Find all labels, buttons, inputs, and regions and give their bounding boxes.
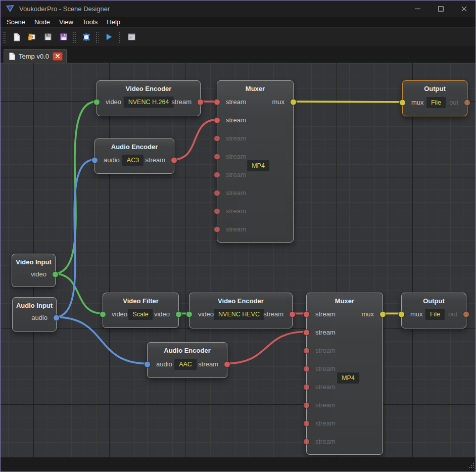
titlebar[interactable]: VoukoderPro - Scene Designer: [1, 1, 475, 17]
menu-scene[interactable]: Scene: [2, 18, 30, 26]
node-muxer-1[interactable]: MuxerMP4streamstreamstreamstreamstreamst…: [217, 80, 294, 243]
muxer-1-port-mux-8[interactable]: [290, 99, 297, 106]
output-2-port-mux-0[interactable]: [398, 311, 405, 318]
toolbar-grip-handle[interactable]: [95, 31, 99, 43]
muxer-2-port-label-0: stream: [315, 310, 336, 319]
muxer-1-port-stream-7[interactable]: [214, 226, 220, 233]
muxer-2-port-stream-7[interactable]: [303, 439, 310, 445]
output-1-port-mux-0[interactable]: [399, 100, 406, 106]
menu-view[interactable]: View: [55, 18, 78, 26]
audio-encoder-2-port-audio-0[interactable]: [144, 361, 151, 368]
video-filter-port-video-0[interactable]: [100, 311, 106, 318]
video-input-port-label-0: video: [31, 270, 46, 279]
open-scene-button[interactable]: [25, 30, 39, 44]
menu-node[interactable]: Node: [30, 18, 55, 26]
maximize-button[interactable]: [429, 1, 452, 17]
run-test-button[interactable]: [102, 30, 116, 44]
node-muxer-2[interactable]: MuxerMP4streamstreamstreamstreamstreamst…: [306, 293, 383, 455]
tab-close-button[interactable]: [53, 52, 63, 61]
menu-tools[interactable]: Tools: [78, 18, 102, 26]
muxer-1-port-label-0: stream: [226, 98, 246, 107]
video-encoder-1-port-label-1: stream: [171, 98, 192, 107]
muxer-1-port-label-5: stream: [226, 188, 246, 198]
node-audio-encoder-1[interactable]: Audio EncoderAC3audiostream: [94, 138, 174, 174]
muxer-1-port-stream-2[interactable]: [214, 135, 220, 142]
node-output-2[interactable]: OutputFilemuxout: [401, 293, 466, 328]
view-log-button[interactable]: [125, 30, 138, 44]
wire-audio-encoder-1-to-muxer-1[interactable]: [173, 120, 217, 160]
node-audio-input[interactable]: Audio Inputaudio: [12, 297, 57, 332]
video-encoder-2-port-video-0[interactable]: [186, 311, 193, 318]
fit-view-button[interactable]: [79, 30, 93, 44]
video-encoder-1-value-badge: NVENC H.264: [124, 97, 174, 108]
window-controls: [406, 1, 475, 17]
audio-encoder-2-title: Audio Encoder: [148, 347, 227, 354]
node-video-filter[interactable]: Video FilterScalevideovideo: [103, 293, 179, 328]
video-encoder-2-title: Video Encoder: [189, 297, 292, 305]
muxer-2-port-stream-2[interactable]: [303, 348, 310, 354]
node-video-input[interactable]: Video Inputvideo: [12, 254, 56, 287]
muxer-2-port-stream-0[interactable]: [303, 311, 310, 318]
audio-encoder-1-title: Audio Encoder: [95, 143, 174, 151]
video-encoder-2-port-stream-1[interactable]: [289, 311, 296, 318]
output-2-port-out-1[interactable]: [463, 311, 469, 318]
output-1-port-out-1[interactable]: [464, 100, 470, 106]
muxer-1-port-stream-3[interactable]: [214, 154, 220, 160]
node-output-1[interactable]: OutputFilemuxout: [402, 80, 467, 116]
node-audio-encoder-2[interactable]: Audio EncoderAACaudiostream: [147, 342, 227, 378]
close-button[interactable]: [452, 1, 475, 17]
muxer-2-port-mux-8[interactable]: [379, 311, 386, 318]
save-scene-as-button[interactable]: [57, 30, 70, 44]
audio-encoder-1-port-label-0: audio: [104, 156, 120, 165]
app-logo-icon: [6, 5, 15, 13]
video-input-title: Video Input: [12, 258, 55, 266]
audio-input-port-label-0: audio: [31, 313, 47, 322]
video-encoder-1-port-label-0: video: [106, 98, 121, 107]
muxer-1-port-stream-5[interactable]: [214, 190, 220, 197]
resize-grip-icon[interactable]: [468, 461, 474, 470]
video-encoder-1-port-stream-1[interactable]: [197, 99, 204, 106]
muxer-1-port-stream-0[interactable]: [214, 99, 220, 106]
save-scene-button[interactable]: [41, 30, 55, 44]
video-filter-port-video-1[interactable]: [175, 311, 182, 318]
menu-help[interactable]: Help: [102, 18, 125, 26]
muxer-2-port-stream-6[interactable]: [303, 420, 310, 427]
minimize-button[interactable]: [406, 1, 429, 17]
video-input-port-video-0[interactable]: [52, 271, 59, 278]
node-canvas[interactable]: Video EncoderNVENC H.264videostreamMuxer…: [1, 63, 475, 457]
muxer-2-value-badge: MP4: [337, 372, 359, 384]
toolbar-grip-handle[interactable]: [118, 31, 121, 43]
audio-input-port-audio-0[interactable]: [53, 315, 60, 321]
muxer-2-port-label-3: stream: [315, 364, 336, 373]
audio-encoder-1-port-stream-1[interactable]: [171, 157, 177, 164]
audio-encoder-1-port-audio-0[interactable]: [91, 157, 98, 164]
toolbar-grip-handle[interactable]: [72, 31, 76, 43]
output-2-value-badge: File: [425, 309, 445, 320]
tab-label: Temp v0.0: [19, 53, 49, 60]
output-1-port-label-0: mux: [411, 98, 424, 107]
new-scene-icon: [13, 33, 21, 41]
audio-encoder-2-port-label-1: stream: [198, 360, 218, 369]
app-window: VoukoderPro - Scene Designer SceneNodeVi…: [0, 0, 476, 472]
muxer-2-port-stream-1[interactable]: [303, 329, 310, 336]
tab-temp[interactable]: Temp v0.0: [4, 49, 67, 63]
audio-encoder-1-port-label-1: stream: [145, 156, 165, 165]
muxer-1-port-stream-6[interactable]: [214, 208, 220, 215]
video-filter-port-label-1: video: [154, 310, 170, 319]
wire-audio-encoder-2-to-muxer-2[interactable]: [226, 332, 306, 363]
muxer-2-port-stream-4[interactable]: [303, 384, 310, 391]
audio-encoder-2-port-stream-1[interactable]: [224, 361, 230, 368]
toolbar-grip-handle[interactable]: [3, 31, 6, 43]
new-scene-button[interactable]: [10, 30, 23, 44]
wire-muxer-1-to-output-1[interactable]: [293, 102, 402, 102]
node-video-encoder-2[interactable]: Video EncoderNVENC HEVCvideostream: [189, 293, 293, 328]
muxer-1-port-stream-1[interactable]: [214, 117, 220, 124]
node-video-encoder-1[interactable]: Video EncoderNVENC H.264videostream: [97, 80, 201, 116]
save-scene-as-icon: [60, 33, 68, 41]
wire-video-input-to-video-filter[interactable]: [54, 273, 103, 313]
muxer-2-port-stream-3[interactable]: [303, 366, 310, 372]
muxer-1-port-label-2: stream: [226, 134, 246, 143]
muxer-2-port-stream-5[interactable]: [303, 402, 310, 409]
video-encoder-1-port-video-0[interactable]: [93, 99, 100, 106]
muxer-1-port-stream-4[interactable]: [214, 172, 220, 178]
